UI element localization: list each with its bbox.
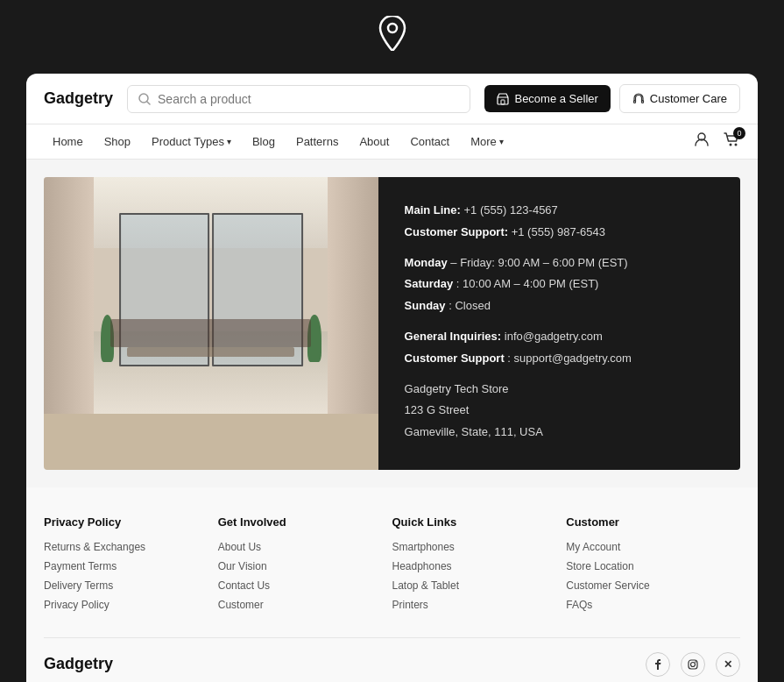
cart-badge: 0 (733, 127, 745, 139)
customer-support-value: +1 (555) 987-6543 (512, 225, 605, 238)
footer-col-customer: Customer My Account Store Location Custo… (566, 515, 740, 616)
customer-care-button[interactable]: Customer Care (619, 84, 740, 113)
search-icon (138, 93, 151, 105)
site-nav: Home Shop Product Types ▾ Blog Patterns … (26, 124, 758, 160)
become-seller-button[interactable]: Become a Seller (484, 85, 610, 112)
chevron-down-icon: ▾ (499, 137, 504, 146)
content-area: Main Line: +1 (555) 123-4567 Customer Su… (26, 160, 758, 487)
saturday-hours: Saturday : 10:00 AM – 4:00 PM (EST) (405, 275, 714, 294)
search-bar (127, 85, 470, 113)
footer-link-about[interactable]: About Us (218, 541, 261, 553)
main-line-value: +1 (555) 123-4567 (464, 203, 558, 217)
nav-product-types[interactable]: Product Types ▾ (143, 124, 240, 159)
svg-rect-6 (641, 100, 643, 103)
footer-link-laptop[interactable]: Latop & Tablet (392, 579, 460, 592)
store-icon (497, 93, 509, 105)
footer-col-quicklinks: Quick Links Smartphones Headphones Latop… (392, 515, 567, 616)
site-logo: Gadgetry (44, 89, 113, 108)
site-header: Gadgetry Become a Seller (26, 74, 758, 124)
svg-rect-4 (501, 100, 505, 104)
store-name: Gadgetry Tech Store (405, 380, 714, 399)
footer-link-delivery[interactable]: Delivery Terms (44, 579, 113, 592)
nav-blog[interactable]: Blog (244, 124, 284, 159)
nav-patterns[interactable]: Patterns (287, 124, 347, 159)
store-address1: 123 G Street (405, 401, 714, 420)
store-people (110, 319, 311, 347)
footer-col-privacy-heading: Privacy Policy (44, 515, 218, 529)
search-input[interactable] (158, 92, 459, 106)
svg-line-2 (147, 102, 150, 104)
footer-link-privacy[interactable]: Privacy Policy (44, 599, 109, 611)
contact-info: Main Line: +1 (555) 123-4567 Customer Su… (378, 177, 740, 470)
footer-link-payment[interactable]: Payment Terms (44, 560, 117, 572)
footer-link-customerservice[interactable]: Customer Service (566, 579, 649, 592)
monday-label: Monday (405, 256, 448, 269)
svg-point-12 (695, 661, 696, 663)
site-footer: Privacy Policy Returns & Exchanges Payme… (26, 487, 758, 682)
svg-point-9 (735, 144, 738, 146)
facebook-icon[interactable] (646, 652, 670, 677)
footer-col-involved: Get Involved About Us Our Vision Contact… (218, 515, 392, 616)
header-buttons: Become a Seller Customer Care (484, 84, 740, 113)
nav-more[interactable]: More ▾ (462, 124, 512, 159)
nav-contact[interactable]: Contact (401, 124, 458, 159)
store-address2: Gameville, State, 111, USA (405, 423, 714, 442)
footer-col-customer-links: My Account Store Location Customer Servi… (566, 539, 740, 611)
footer-link-printers[interactable]: Printers (392, 599, 428, 611)
footer-link-contact[interactable]: Contact Us (218, 579, 270, 592)
top-bar (0, 0, 784, 74)
footer-col-customer-heading: Customer (566, 515, 740, 529)
main-line: Main Line: +1 (555) 123-4567 (405, 202, 714, 220)
chevron-down-icon: ▾ (227, 137, 231, 146)
footer-col-privacy: Privacy Policy Returns & Exchanges Payme… (44, 515, 218, 616)
footer-columns: Privacy Policy Returns & Exchanges Payme… (44, 515, 740, 638)
footer-link-storelocation[interactable]: Store Location (566, 560, 633, 572)
main-card: Gadgetry Become a Seller (26, 74, 758, 682)
footer-link-customer[interactable]: Customer (218, 599, 264, 611)
customer-support-label: Customer Support: (405, 225, 508, 238)
svg-rect-5 (633, 100, 635, 103)
headset-icon (632, 93, 645, 105)
footer-col-quicklinks-links: Smartphones Headphones Latop & Tablet Pr… (392, 539, 567, 611)
instagram-icon[interactable] (681, 652, 705, 677)
footer-col-quicklinks-heading: Quick Links (392, 515, 567, 529)
footer-link-vision[interactable]: Our Vision (218, 560, 267, 572)
footer-logo: Gadgetry (44, 655, 113, 673)
store-table (127, 347, 294, 357)
sunday-label: Sunday (405, 299, 446, 312)
nav-shop[interactable]: Shop (95, 124, 139, 159)
general-inquiries: General Inquiries: info@gadgetry.com (405, 328, 714, 346)
nav-about[interactable]: About (350, 124, 398, 159)
support-email-link[interactable]: support@gadgetry.com (514, 352, 632, 365)
footer-link-returns[interactable]: Returns & Exchanges (44, 541, 145, 553)
svg-rect-3 (498, 97, 508, 104)
svg-point-8 (730, 144, 732, 146)
account-button[interactable] (693, 131, 710, 153)
footer-bottom: Gadgetry ✕ (44, 638, 740, 682)
support-email-label: Customer Support (405, 352, 505, 365)
footer-col-involved-heading: Get Involved (218, 515, 392, 529)
footer-link-headphones[interactable]: Headphones (392, 560, 452, 572)
nav-icons: 0 (693, 131, 740, 153)
store-wall-left (44, 177, 94, 414)
footer-col-privacy-links: Returns & Exchanges Payment Terms Delive… (44, 539, 218, 611)
store-image (44, 177, 378, 470)
contact-section: Main Line: +1 (555) 123-4567 Customer Su… (44, 177, 740, 470)
footer-link-smartphones[interactable]: Smartphones (392, 541, 455, 553)
saturday-label: Saturday (405, 277, 454, 290)
customer-support-phone: Customer Support: +1 (555) 987-6543 (405, 224, 714, 242)
footer-social: ✕ (646, 652, 740, 677)
store-wall-right (328, 177, 378, 414)
x-twitter-icon[interactable]: ✕ (716, 652, 740, 677)
general-email[interactable]: info@gadgetry.com (505, 330, 603, 343)
location-pin-icon (377, 16, 408, 58)
svg-point-11 (691, 662, 696, 666)
store-interior-art (44, 177, 378, 414)
sunday-hours: Sunday : Closed (405, 297, 714, 316)
cart-button[interactable]: 0 (723, 131, 740, 153)
footer-link-faqs[interactable]: FAQs (566, 599, 592, 611)
nav-home[interactable]: Home (44, 124, 92, 159)
footer-link-myaccount[interactable]: My Account (566, 541, 620, 553)
main-line-label: Main Line: (405, 203, 461, 217)
support-email: Customer Support : support@gadgetry.com (405, 350, 714, 368)
